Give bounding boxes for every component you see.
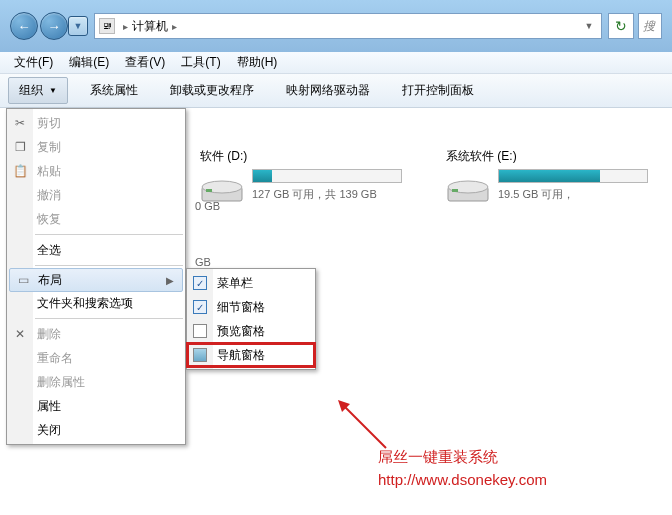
drive-usage-fill	[499, 170, 600, 182]
drive-label: 系统软件 (E:)	[446, 148, 672, 165]
search-input[interactable]: 搜	[638, 13, 662, 39]
clipboard-icon: 📋	[12, 163, 28, 179]
organize-label: 组织	[19, 82, 43, 99]
menu-close[interactable]: 关闭	[7, 418, 185, 442]
box-icon	[193, 348, 207, 362]
drive-d[interactable]: 软件 (D:) 127 GB 可用，共 139 GB	[200, 148, 426, 205]
scissors-icon: ✂	[12, 115, 28, 131]
submenu-navigation-pane[interactable]: 导航窗格	[187, 343, 315, 367]
submenu-preview-pane[interactable]: 预览窗格	[187, 319, 315, 343]
menu-paste[interactable]: 📋粘贴	[7, 159, 185, 183]
submenu-details-pane[interactable]: ✓细节窗格	[187, 295, 315, 319]
menu-select-all[interactable]: 全选	[7, 238, 185, 262]
svg-rect-5	[452, 189, 458, 192]
check-icon: ✓	[193, 276, 207, 290]
organize-button[interactable]: 组织 ▼	[8, 77, 68, 104]
menu-delete[interactable]: ✕删除	[7, 322, 185, 346]
menu-separator	[35, 265, 183, 266]
partial-drive-text: GB	[195, 256, 211, 268]
breadcrumb-sep-icon: ▸	[123, 21, 128, 32]
drive-label: 软件 (D:)	[200, 148, 426, 165]
box-icon	[193, 324, 207, 338]
breadcrumb-location[interactable]: 计算机	[132, 18, 168, 35]
partial-drive-text: 0 GB	[195, 200, 220, 212]
menubar: 文件(F) 编辑(E) 查看(V) 工具(T) 帮助(H)	[0, 52, 672, 74]
svg-line-6	[344, 406, 386, 448]
nav-buttons: ← → ▼	[10, 12, 88, 40]
drive-e[interactable]: 系统软件 (E:) 19.5 GB 可用，	[446, 148, 672, 205]
dropdown-icon: ▼	[49, 86, 57, 95]
layout-icon: ▭	[15, 272, 31, 288]
menu-rename[interactable]: 重命名	[7, 346, 185, 370]
menu-view[interactable]: 查看(V)	[117, 52, 173, 73]
refresh-button[interactable]: ↻	[608, 13, 634, 39]
forward-button[interactable]: →	[40, 12, 68, 40]
chevron-right-icon: ▶	[166, 275, 174, 286]
menu-file[interactable]: 文件(F)	[6, 52, 61, 73]
menu-properties[interactable]: 属性	[7, 394, 185, 418]
organize-menu: ✂剪切 ❐复制 📋粘贴 撤消 恢复 全选 ▭布局▶ 文件夹和搜索选项 ✕删除 重…	[6, 108, 186, 445]
system-properties-button[interactable]: 系统属性	[80, 78, 148, 103]
delete-icon: ✕	[12, 326, 28, 342]
menu-separator	[35, 318, 183, 319]
menu-help[interactable]: 帮助(H)	[229, 52, 286, 73]
annotation-line1: 屌丝一键重装系统	[378, 446, 547, 469]
drive-usage-bar	[252, 169, 402, 183]
menu-folder-options[interactable]: 文件夹和搜索选项	[7, 291, 185, 315]
drive-space-text: 127 GB 可用，共 139 GB	[252, 187, 426, 202]
drive-usage-fill	[253, 170, 272, 182]
menu-layout[interactable]: ▭布局▶	[9, 268, 183, 292]
address-bar[interactable]: 🖳 ▸ 计算机 ▸ ▼	[94, 13, 602, 39]
layout-submenu: ✓菜单栏 ✓细节窗格 预览窗格 导航窗格	[186, 268, 316, 370]
drive-space-text: 19.5 GB 可用，	[498, 187, 672, 202]
menu-undo[interactable]: 撤消	[7, 183, 185, 207]
back-button[interactable]: ←	[10, 12, 38, 40]
annotation-url: http://www.dsonekey.com	[378, 469, 547, 492]
menu-edit[interactable]: 编辑(E)	[61, 52, 117, 73]
svg-marker-7	[338, 400, 350, 412]
hard-drive-icon	[446, 169, 490, 205]
svg-rect-2	[206, 189, 212, 192]
drive-list: 软件 (D:) 127 GB 可用，共 139 GB 系统软件 (E:)	[200, 148, 672, 205]
check-icon: ✓	[193, 300, 207, 314]
control-panel-button[interactable]: 打开控制面板	[392, 78, 484, 103]
nav-history-dropdown[interactable]: ▼	[68, 16, 88, 36]
menu-remove-properties[interactable]: 删除属性	[7, 370, 185, 394]
annotation-text: 屌丝一键重装系统 http://www.dsonekey.com	[378, 446, 547, 491]
menu-cut[interactable]: ✂剪切	[7, 111, 185, 135]
menu-copy[interactable]: ❐复制	[7, 135, 185, 159]
computer-icon: 🖳	[99, 18, 115, 34]
toolbar: 组织 ▼ 系统属性 卸载或更改程序 映射网络驱动器 打开控制面板	[0, 74, 672, 108]
menu-separator	[35, 234, 183, 235]
breadcrumb-sep-icon[interactable]: ▸	[172, 21, 177, 32]
copy-icon: ❐	[12, 139, 28, 155]
uninstall-button[interactable]: 卸载或更改程序	[160, 78, 264, 103]
menu-redo[interactable]: 恢复	[7, 207, 185, 231]
submenu-menubar[interactable]: ✓菜单栏	[187, 271, 315, 295]
address-dropdown-icon[interactable]: ▼	[581, 21, 597, 31]
content-area: 软件 (D:) 127 GB 可用，共 139 GB 系统软件 (E:)	[0, 108, 672, 515]
menu-tools[interactable]: 工具(T)	[173, 52, 228, 73]
drive-usage-bar	[498, 169, 648, 183]
map-drive-button[interactable]: 映射网络驱动器	[276, 78, 380, 103]
window-titlebar: ← → ▼ 🖳 ▸ 计算机 ▸ ▼ ↻ 搜	[0, 0, 672, 52]
